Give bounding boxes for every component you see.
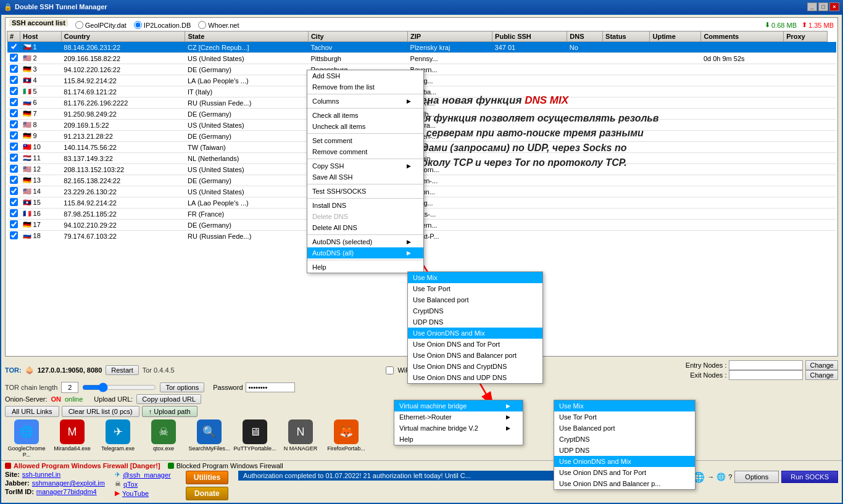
table-row[interactable]: 🇨🇿 1 88.146.206.231:22 CZ [Czech Repub..…: [7, 42, 837, 53]
col-dns[interactable]: DNS: [567, 31, 603, 42]
menu-save-all-ssh[interactable]: Save All SSH: [307, 171, 423, 183]
vmb-sub-balanced-port[interactable]: Use Balanced port: [554, 423, 695, 434]
autodns-onion-balancer[interactable]: Use Onion DNS and Balancer port: [408, 350, 542, 361]
wifi-checkbox[interactable]: [386, 366, 394, 374]
row-cb[interactable]: [7, 97, 20, 109]
menu-copy-ssh[interactable]: Copy SSH ▶: [307, 160, 423, 171]
clear-url-btn[interactable]: Clear URL list (0 pcs): [62, 406, 139, 417]
col-ssh[interactable]: Public SSH: [492, 31, 567, 42]
menu-autodns-all[interactable]: AutoDNS (all) ▶: [307, 247, 423, 258]
menu-columns[interactable]: Columns ▶: [307, 96, 423, 107]
row-cb[interactable]: [7, 120, 20, 131]
row-cb[interactable]: [7, 109, 20, 120]
all-url-btn[interactable]: All URL Links: [5, 406, 59, 417]
tor-options-btn[interactable]: Tor options: [160, 382, 204, 392]
col-state[interactable]: State: [185, 31, 308, 42]
maximize-btn[interactable]: □: [818, 2, 828, 11]
col-host[interactable]: Host: [20, 31, 62, 42]
vmb-sub-udp-dns[interactable]: UDP DNS: [554, 445, 695, 456]
options-btn[interactable]: Options: [734, 471, 779, 483]
chain-slider[interactable]: [82, 382, 156, 392]
menu-remove-comment[interactable]: Remove comment: [307, 146, 423, 157]
password-input[interactable]: [246, 382, 295, 392]
autodns-tor-port[interactable]: Use Tor Port: [408, 283, 542, 294]
vmb-sub-tor-port[interactable]: Use Tor Port: [554, 411, 695, 423]
vmb-help[interactable]: Help: [394, 434, 523, 445]
row-cb[interactable]: [7, 186, 20, 197]
row-cb[interactable]: [7, 231, 20, 241]
radio-geolp[interactable]: GeolPCity.dat: [75, 21, 127, 29]
col-status[interactable]: Status: [603, 31, 650, 42]
col-num[interactable]: #: [7, 31, 20, 42]
vmb-sub-cryptdns[interactable]: CryptDNS: [554, 434, 695, 445]
site-url[interactable]: ssh-tunnel.in: [22, 471, 60, 478]
autodns-onion-udp[interactable]: Use Onion DNS and UDP DNS: [408, 372, 542, 383]
menu-add-ssh[interactable]: Add SSH: [307, 70, 423, 81]
autodns-balanced-port[interactable]: Use Balanced port: [408, 294, 542, 305]
col-proxy[interactable]: Proxy: [784, 31, 828, 42]
vmb-virtual-machine-bridge[interactable]: Virtual machine bridge ▶: [394, 400, 523, 411]
restart-btn[interactable]: Restart: [106, 365, 138, 375]
run-socks-btn[interactable]: Run SOCKS: [781, 471, 838, 483]
row-cb[interactable]: [7, 42, 20, 53]
minimize-btn[interactable]: _: [807, 2, 817, 11]
menu-delete-all-dns[interactable]: Delete All DNS: [307, 222, 423, 233]
vmb-sub-use-mix[interactable]: Use Mix: [554, 400, 695, 411]
app-1[interactable]: M Miranda64.exe: [51, 419, 94, 458]
row-cb[interactable]: [7, 175, 20, 186]
menu-autodns-selected[interactable]: AutoDNS (selected) ▶: [307, 236, 423, 247]
chain-num-input[interactable]: 2: [61, 382, 78, 393]
vmb-ethernet-router[interactable]: Ethernet->Router ▶: [394, 411, 523, 423]
row-cb[interactable]: [7, 153, 20, 164]
row-cb[interactable]: [7, 209, 20, 220]
row-cb[interactable]: [7, 75, 20, 86]
menu-remove-list[interactable]: Remove from the list: [307, 81, 423, 93]
torim-url[interactable]: manager77bidqdm4: [36, 488, 97, 495]
vmb-vmbv2[interactable]: Virtual machine bridge V.2 ▶: [394, 423, 523, 434]
app-5[interactable]: 🖥 PuTTYPortable...: [233, 419, 276, 458]
autodns-use-mix[interactable]: Use Mix: [408, 272, 542, 283]
row-cb[interactable]: [7, 164, 20, 175]
app-0[interactable]: 🌐 GoogleChrome P...: [5, 419, 48, 458]
vmb-sub-onion-balancer-partial[interactable]: Use Onion DNS and Balancer p...: [554, 478, 695, 489]
vmb-sub-oniondns-mix[interactable]: Use OnionDNS and Mix: [554, 456, 695, 467]
window-controls[interactable]: _ □ ×: [807, 2, 839, 11]
app-7[interactable]: 🦊 FirefoxPortab...: [325, 419, 368, 458]
menu-install-dns[interactable]: Install DNS: [307, 200, 423, 211]
autodns-oniondns-mix[interactable]: Use OnionDNS and Mix: [408, 328, 542, 339]
col-country[interactable]: Country: [61, 31, 185, 42]
col-comments[interactable]: Comments: [701, 31, 784, 42]
app-6[interactable]: N N MANAGER: [279, 419, 322, 458]
yt-label[interactable]: YouTube: [122, 490, 149, 497]
donate-btn[interactable]: Donate: [186, 487, 228, 500]
app-3[interactable]: ☠ qtox.exe: [142, 419, 185, 458]
autodns-onion-crypt[interactable]: Use Onion DNS and CryptDNS: [408, 361, 542, 372]
col-uptime[interactable]: Uptime: [650, 31, 701, 42]
row-cb[interactable]: [7, 64, 20, 75]
upload-path-btn[interactable]: ↑ Upload path: [142, 406, 197, 417]
autodns-onion-tor[interactable]: Use Onion DNS and Tor Port: [408, 339, 542, 350]
menu-help[interactable]: Help: [307, 262, 423, 273]
radio-whoer[interactable]: Whoer.net: [198, 21, 239, 29]
menu-uncheck-all[interactable]: Uncheck all items: [307, 121, 423, 132]
row-cb[interactable]: [7, 197, 20, 209]
radio-ip2loc[interactable]: IP2Location.DB: [134, 21, 191, 29]
row-cb[interactable]: [7, 131, 20, 142]
tg-label[interactable]: @ssh_manager: [123, 471, 171, 479]
close-btn[interactable]: ×: [829, 2, 839, 11]
change-entry-btn[interactable]: Change: [805, 360, 838, 370]
exit-nodes-input[interactable]: [729, 370, 803, 380]
app-4[interactable]: 🔍 SearchMyFiles...: [188, 419, 231, 458]
change-exit-btn[interactable]: Change: [805, 370, 838, 380]
jabber-url[interactable]: sshmanager@exploit.im: [32, 479, 105, 487]
col-city[interactable]: City: [308, 31, 407, 42]
autodns-cryptdns[interactable]: CryptDNS: [408, 305, 542, 316]
col-zip[interactable]: ZIP: [408, 31, 492, 42]
autodns-udp-dns[interactable]: UDP DNS: [408, 316, 542, 328]
qtox-label[interactable]: qTox: [123, 481, 138, 488]
row-cb[interactable]: [7, 86, 20, 97]
utilities-btn[interactable]: Utilities: [186, 471, 228, 484]
row-cb[interactable]: [7, 142, 20, 153]
row-cb[interactable]: [7, 220, 20, 231]
copy-upload-url-btn[interactable]: Copy upload URL: [136, 394, 201, 404]
